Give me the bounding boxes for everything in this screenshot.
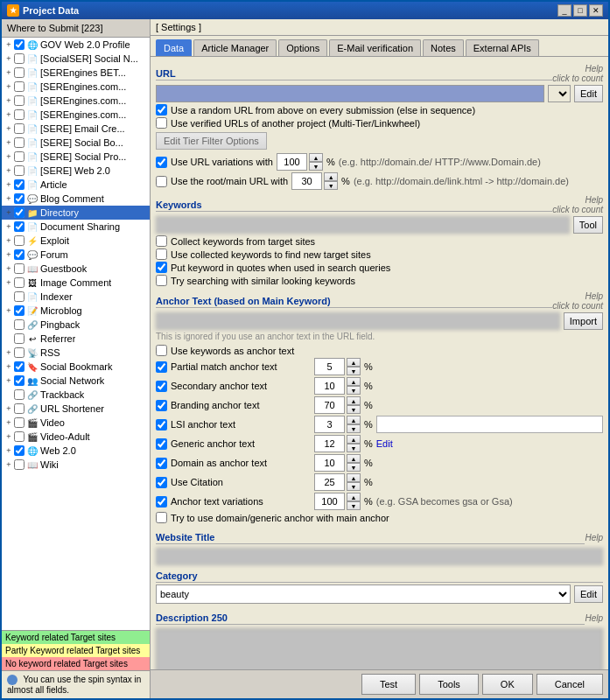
- use-collected-checkbox[interactable]: [156, 248, 167, 260]
- tree-checkbox-rss[interactable]: [14, 347, 25, 358]
- close-button[interactable]: ✕: [589, 4, 603, 17]
- tier-filter-button[interactable]: Edit Tier Filter Options: [156, 132, 267, 150]
- tree-item-socialbookmark[interactable]: + 🔖 Social Bookmark: [2, 360, 150, 374]
- tree-checkbox-article[interactable]: [14, 179, 25, 190]
- tree-item-referrer[interactable]: + ↩ Referrer: [2, 332, 150, 346]
- tree-toggle[interactable]: +: [4, 459, 14, 470]
- use-keywords-anchor-checkbox[interactable]: [156, 345, 167, 356]
- tree-checkbox-guestbook[interactable]: [14, 263, 25, 274]
- domain-checkbox[interactable]: [156, 458, 167, 469]
- tree-toggle[interactable]: +: [4, 305, 14, 316]
- tree-toggle[interactable]: +: [4, 179, 14, 190]
- tree-item-video[interactable]: + 🎬 Video: [2, 416, 150, 430]
- tree-item-sereng3[interactable]: + 📄 [SEREngines.com...: [2, 94, 150, 108]
- secondary-down[interactable]: ▼: [347, 386, 361, 395]
- tree-item-gov-web[interactable]: + 🌐 GOV Web 2.0 Profile: [2, 38, 150, 52]
- collect-keywords-checkbox[interactable]: [156, 235, 167, 247]
- tree-checkbox-sere-web[interactable]: [14, 165, 25, 176]
- lsi-up[interactable]: ▲: [347, 416, 361, 424]
- tree-checkbox-trackback[interactable]: [14, 389, 25, 400]
- tree-checkbox-socialnetwork[interactable]: [14, 375, 25, 386]
- root-url-up[interactable]: ▲: [324, 172, 338, 181]
- tree-toggle[interactable]: +: [4, 403, 14, 414]
- tree-item-urlshortener[interactable]: + 🔗 URL Shortener: [2, 402, 150, 416]
- tree-checkbox-microblog[interactable]: [14, 305, 25, 316]
- domain-value[interactable]: [314, 454, 345, 472]
- tree-checkbox-pingback[interactable]: [14, 319, 25, 330]
- url-variations-value[interactable]: [277, 153, 307, 171]
- tree-toggle[interactable]: +: [4, 221, 14, 232]
- keywords-input[interactable]: [156, 216, 570, 234]
- tree-item-sere-web[interactable]: + 📄 [SERE] Web 2.0: [2, 164, 150, 178]
- tree-item-forum[interactable]: + 💬 Forum: [2, 248, 150, 262]
- keywords-click-count[interactable]: click to count: [552, 205, 603, 214]
- tree-toggle[interactable]: +: [4, 417, 14, 428]
- tree-checkbox-urlshortener[interactable]: [14, 403, 25, 414]
- root-url-down[interactable]: ▼: [324, 181, 338, 190]
- tree-checkbox-sereng2[interactable]: [14, 81, 25, 92]
- lsi-value[interactable]: [314, 416, 345, 433]
- tree-checkbox-forum[interactable]: [14, 249, 25, 260]
- tree-toggle[interactable]: +: [4, 193, 14, 204]
- verified-url-checkbox[interactable]: [156, 117, 167, 129]
- citation-down[interactable]: ▼: [347, 482, 361, 491]
- tree-toggle[interactable]: +: [4, 375, 14, 386]
- tree-item-sereng1[interactable]: + 📄 [SEREngines BET...: [2, 66, 150, 80]
- tree-checkbox-sereng1[interactable]: [14, 67, 25, 78]
- website-title-input[interactable]: [156, 548, 603, 565]
- test-button[interactable]: Test: [361, 674, 416, 695]
- tree-item-directory[interactable]: + 📁 Directory: [2, 206, 150, 220]
- tab-external-apis[interactable]: External APIs: [466, 39, 539, 56]
- lsi-text-input[interactable]: [376, 416, 603, 433]
- try-domain-checkbox[interactable]: [156, 512, 167, 523]
- tree-item-socialser[interactable]: + 📄 [SocialSER] Social N...: [2, 52, 150, 66]
- tree-toggle[interactable]: +: [4, 53, 14, 64]
- tree-item-exploit[interactable]: + ⚡ Exploit: [2, 234, 150, 248]
- anchor-input[interactable]: [156, 312, 560, 330]
- tree-checkbox-sere-email[interactable]: [14, 123, 25, 134]
- tree-item-sereng2[interactable]: + 📄 [SEREngines.com...: [2, 80, 150, 94]
- keywords-tool-button[interactable]: Tool: [573, 216, 603, 234]
- tree-item-docsharing[interactable]: + 📄 Document Sharing: [2, 220, 150, 234]
- tree-toggle[interactable]: +: [4, 361, 14, 372]
- minimize-button[interactable]: _: [557, 4, 571, 17]
- tree-toggle[interactable]: +: [4, 165, 14, 176]
- tree-checkbox-sereng3[interactable]: [14, 95, 25, 106]
- generic-value[interactable]: [314, 435, 345, 452]
- secondary-value[interactable]: [314, 377, 345, 395]
- generic-edit-link[interactable]: Edit: [376, 438, 393, 449]
- tree-checkbox-socialser[interactable]: [14, 53, 25, 64]
- tree-toggle[interactable]: +: [4, 263, 14, 274]
- tree-item-blog[interactable]: + 💬 Blog Comment: [2, 192, 150, 206]
- tree-checkbox-referrer[interactable]: [14, 333, 25, 344]
- tree-toggle[interactable]: +: [4, 249, 14, 260]
- tree-item-rss[interactable]: + 📡 RSS: [2, 346, 150, 360]
- anchor-variations-down[interactable]: ▼: [347, 501, 361, 510]
- branding-up[interactable]: ▲: [347, 396, 361, 405]
- tree-container[interactable]: + 🌐 GOV Web 2.0 Profile + 📄 [SocialSER] …: [2, 38, 150, 630]
- url-input[interactable]: [156, 85, 544, 102]
- tree-item-trackback[interactable]: + 🔗 Trackback: [2, 388, 150, 402]
- tree-toggle[interactable]: +: [4, 207, 14, 218]
- tree-item-wiki[interactable]: + 📖 Wiki: [2, 458, 150, 472]
- cancel-button[interactable]: Cancel: [536, 674, 603, 695]
- anchor-variations-up[interactable]: ▲: [347, 493, 361, 501]
- lsi-down[interactable]: ▼: [347, 424, 361, 433]
- tree-toggle[interactable]: +: [4, 445, 14, 456]
- citation-value[interactable]: [314, 473, 345, 491]
- tree-item-sere-pro[interactable]: + 📄 [SERE] Social Pro...: [2, 150, 150, 164]
- branding-down[interactable]: ▼: [347, 405, 361, 414]
- tools-button[interactable]: Tools: [419, 674, 479, 695]
- tree-checkbox-sereng4[interactable]: [14, 109, 25, 120]
- tree-item-indexer[interactable]: + 📄 Indexer: [2, 290, 150, 304]
- root-url-value[interactable]: [291, 172, 322, 190]
- anchor-import-button[interactable]: Import: [564, 312, 603, 330]
- random-url-checkbox[interactable]: [156, 104, 167, 116]
- anchor-variations-checkbox[interactable]: [156, 496, 167, 508]
- tree-checkbox-web20[interactable]: [14, 445, 25, 456]
- partial-match-down[interactable]: ▼: [347, 367, 361, 375]
- tree-item-pingback[interactable]: + 🔗 Pingback: [2, 318, 150, 332]
- tree-checkbox-sere-social[interactable]: [14, 137, 25, 148]
- tree-checkbox-indexer[interactable]: [14, 291, 25, 302]
- citation-checkbox[interactable]: [156, 477, 167, 488]
